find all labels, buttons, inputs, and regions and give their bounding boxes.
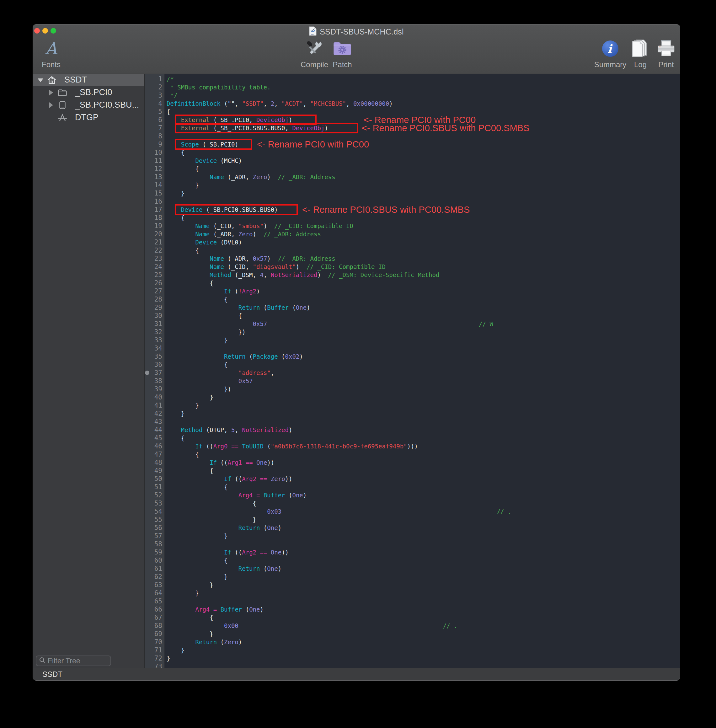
code-line-22[interactable]: { bbox=[165, 246, 680, 255]
code-line-64[interactable]: } bbox=[165, 589, 680, 597]
code-line-12[interactable]: { bbox=[165, 165, 680, 173]
line-number: 61 bbox=[150, 564, 162, 573]
code-line-63[interactable]: } bbox=[165, 581, 680, 589]
line-number: 20 bbox=[150, 230, 162, 238]
line-number: 63 bbox=[150, 581, 162, 589]
code-line-55[interactable]: } bbox=[165, 516, 680, 524]
code-line-37[interactable]: "address", bbox=[165, 369, 680, 377]
code-line-27[interactable]: If (!Arg2) bbox=[165, 287, 680, 295]
status-scope: SSDT bbox=[42, 670, 62, 679]
code-line-15[interactable]: } bbox=[165, 189, 680, 197]
code-line-40[interactable]: } bbox=[165, 393, 680, 401]
code-line-52[interactable]: Arg4 = Buffer (One) bbox=[165, 491, 680, 499]
code-line-14[interactable]: } bbox=[165, 181, 680, 189]
sidebar: SSDT_SB.PCI0_SB.PCI0.SBU...DTGP bbox=[33, 74, 145, 668]
code-line-46[interactable]: If ((Arg0 == ToUUID ("a0b5b7c6-1318-441c… bbox=[165, 442, 680, 450]
rename-annotation: <- Rename PCI0.SBUS with PC00.SMBS bbox=[362, 123, 529, 133]
toolbar-item-patch[interactable]: Patch bbox=[319, 38, 366, 69]
line-number: 15 bbox=[150, 189, 162, 197]
disclosure-collapsed-icon[interactable] bbox=[49, 90, 53, 96]
code-editor[interactable]: 1234567891011121314151617181920212223242… bbox=[145, 74, 680, 668]
code-line-53[interactable]: { bbox=[165, 499, 680, 507]
sidebar-item--sb-pci0-sbu-[interactable]: _SB.PCI0.SBU... bbox=[33, 99, 144, 111]
code-line-49[interactable]: { bbox=[165, 467, 680, 475]
code-line-29[interactable]: Return (Buffer (One) bbox=[165, 303, 680, 312]
code-line-4[interactable]: DefinitionBlock ("", "SSDT", 2, "ACDT", … bbox=[165, 100, 680, 108]
toolbar-item-fonts[interactable]: A Fonts bbox=[33, 38, 75, 69]
code-line-45[interactable]: { bbox=[165, 434, 680, 442]
code-line-47[interactable]: { bbox=[165, 450, 680, 458]
line-number: 4 bbox=[150, 100, 162, 108]
rename-highlight-box bbox=[175, 139, 252, 150]
code-line-73[interactable] bbox=[165, 663, 680, 668]
rename-highlight-box bbox=[175, 123, 358, 133]
code-line-48[interactable]: If ((Arg1 == One)) bbox=[165, 458, 680, 467]
line-number: 42 bbox=[150, 410, 162, 418]
sidebar-item-dtgp[interactable]: DTGP bbox=[33, 111, 144, 124]
code-line-39[interactable]: }) bbox=[165, 385, 680, 393]
line-number: 11 bbox=[150, 156, 162, 165]
code-line-62[interactable]: } bbox=[165, 573, 680, 581]
code-line-32[interactable]: }) bbox=[165, 328, 680, 336]
code-line-54[interactable]: 0x03 // . bbox=[165, 507, 680, 516]
code-line-35[interactable]: Return (Package (0x02) bbox=[165, 352, 680, 361]
source-code[interactable]: /* * SMBus compatibility table. */Defini… bbox=[165, 75, 680, 668]
code-line-13[interactable]: Name (_ADR, Zero) // _ADR: Address bbox=[165, 173, 680, 181]
line-number: 39 bbox=[150, 385, 162, 393]
code-line-19[interactable]: Name (_CID, "smbus") // _CID: Compatible… bbox=[165, 222, 680, 230]
code-line-21[interactable]: Device (DVL0) bbox=[165, 238, 680, 246]
filter-tree-field[interactable] bbox=[36, 655, 111, 666]
line-number: 67 bbox=[150, 613, 162, 622]
code-line-51[interactable]: { bbox=[165, 483, 680, 491]
code-line-23[interactable]: Name (_ADR, 0x57) // _ADR: Address bbox=[165, 255, 680, 262]
line-number: 23 bbox=[150, 255, 162, 262]
code-line-57[interactable]: } bbox=[165, 532, 680, 540]
disclosure-collapsed-icon[interactable] bbox=[49, 102, 53, 108]
code-line-65[interactable] bbox=[165, 597, 680, 605]
code-line-11[interactable]: Device (MCHC) bbox=[165, 156, 680, 165]
code-line-50[interactable]: If ((Arg2 == Zero)) bbox=[165, 475, 680, 483]
line-number: 62 bbox=[150, 573, 162, 581]
code-line-38[interactable]: 0x57 bbox=[165, 377, 680, 385]
code-line-1[interactable]: /* bbox=[165, 75, 680, 83]
code-line-34[interactable] bbox=[165, 344, 680, 352]
code-line-69[interactable]: } bbox=[165, 630, 680, 638]
code-line-68[interactable]: 0x00 // . bbox=[165, 622, 680, 630]
code-line-56[interactable]: Return (One) bbox=[165, 524, 680, 532]
code-line-72[interactable]: } bbox=[165, 654, 680, 663]
sidebar-item--sb-pci0[interactable]: _SB.PCI0 bbox=[33, 86, 144, 99]
code-line-43[interactable] bbox=[165, 418, 680, 426]
code-line-31[interactable]: 0x57 // W bbox=[165, 320, 680, 328]
filter-tree-input[interactable] bbox=[48, 657, 108, 665]
code-line-41[interactable]: } bbox=[165, 401, 680, 410]
code-line-36[interactable]: { bbox=[165, 361, 680, 369]
line-number: 46 bbox=[150, 442, 162, 450]
rename-annotation: <- Rename PCI0.SBUS with PC00.SMBS bbox=[302, 205, 470, 214]
code-line-71[interactable]: } bbox=[165, 646, 680, 654]
code-line-60[interactable]: { bbox=[165, 557, 680, 564]
code-line-67[interactable]: { bbox=[165, 613, 680, 622]
code-line-2[interactable]: * SMBus compatibility table. bbox=[165, 83, 680, 91]
code-line-66[interactable]: Arg4 = Buffer (One) bbox=[165, 605, 680, 613]
code-line-42[interactable]: } bbox=[165, 410, 680, 418]
window-content: SSDT_SB.PCI0_SB.PCI0.SBU...DTGP 12345678… bbox=[33, 74, 680, 668]
line-marker-dot bbox=[145, 371, 149, 375]
code-line-59[interactable]: If ((Arg2 == One)) bbox=[165, 548, 680, 557]
toolbar-item-print[interactable]: Print bbox=[643, 38, 680, 69]
code-line-24[interactable]: Name (_CID, "diagsvault") // _CID: Compa… bbox=[165, 262, 680, 271]
code-line-70[interactable]: Return (Zero) bbox=[165, 638, 680, 646]
disclosure-expanded-icon[interactable] bbox=[38, 79, 43, 82]
code-line-44[interactable]: Method (DTGP, 5, NotSerialized) bbox=[165, 426, 680, 434]
code-line-3[interactable]: */ bbox=[165, 91, 680, 100]
code-line-26[interactable]: { bbox=[165, 279, 680, 287]
code-line-25[interactable]: Method (_DSM, 4, NotSerialized) // _DSM:… bbox=[165, 271, 680, 279]
code-line-33[interactable]: } bbox=[165, 336, 680, 344]
code-line-58[interactable] bbox=[165, 540, 680, 548]
code-line-61[interactable]: Return (One) bbox=[165, 564, 680, 573]
code-line-20[interactable]: Name (_ADR, Zero) // _ADR: Address bbox=[165, 230, 680, 238]
rename-annotation: <- Rename PCI0 with PC00 bbox=[257, 140, 369, 149]
print-icon bbox=[657, 38, 675, 59]
sidebar-item-ssdt[interactable]: SSDT bbox=[33, 74, 144, 86]
code-line-28[interactable]: { bbox=[165, 295, 680, 303]
code-line-30[interactable]: { bbox=[165, 312, 680, 320]
